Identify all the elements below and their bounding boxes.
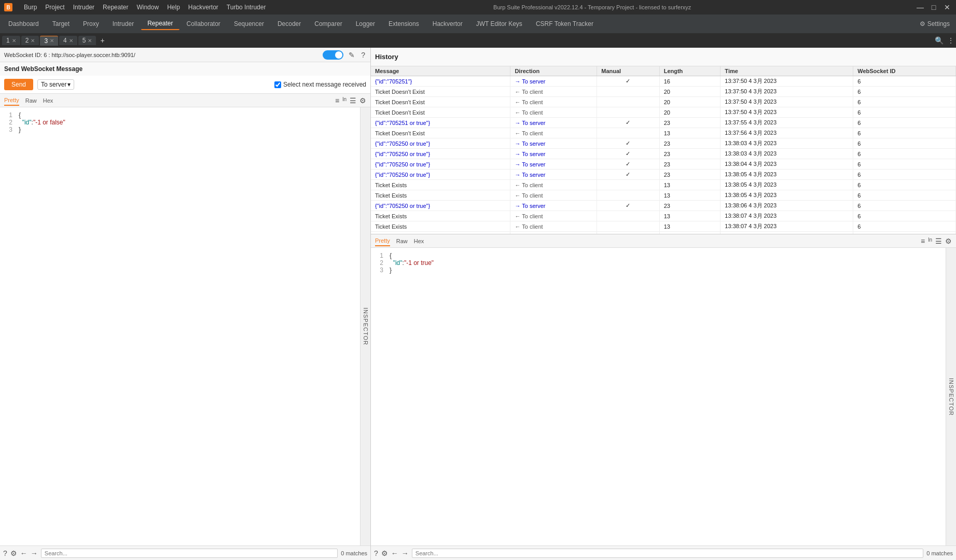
table-row[interactable]: Ticket Doesn't Exist ← To client 20 13:3…: [371, 107, 956, 118]
nav-proxy[interactable]: Proxy: [77, 18, 105, 30]
lower-tab-hex[interactable]: Hex: [414, 236, 424, 246]
lower-code-content[interactable]: { "id":"-1 or true" }: [387, 250, 944, 543]
table-row[interactable]: Ticket Exists ← To client 13 13:38:07 4 …: [371, 221, 956, 232]
gear-settings-icon[interactable]: ⚙: [359, 96, 366, 105]
table-row[interactable]: Ticket Doesn't Exist ← To client 13 13:3…: [371, 128, 956, 138]
tab-1[interactable]: 1 ✕: [2, 36, 20, 45]
settings-button[interactable]: ⚙ Settings: [916, 18, 954, 30]
select-next-label[interactable]: Select next message received: [274, 81, 366, 88]
table-row[interactable]: {"id":"705250 or true"} → To server ✓ 23…: [371, 149, 956, 159]
menu-repeater[interactable]: Repeater: [100, 3, 131, 12]
nav-comparer[interactable]: Comparer: [308, 18, 348, 30]
toggle-switch[interactable]: [323, 50, 343, 60]
table-row[interactable]: {"id":"705251"} → To server ✓ 16 13:37:5…: [371, 76, 956, 87]
nav-target[interactable]: Target: [46, 18, 76, 30]
table-row[interactable]: Ticket Exists ← To client 13 13:38:08 4 …: [371, 232, 956, 234]
tab-4-close[interactable]: ✕: [69, 38, 73, 44]
menu-help[interactable]: Help: [164, 3, 183, 12]
nav-sequencer[interactable]: Sequencer: [228, 18, 270, 30]
row-message: {"id":"705251"}: [371, 76, 510, 87]
pencil-icon[interactable]: ✎: [348, 50, 356, 60]
close-button[interactable]: ✕: [943, 3, 952, 12]
lower-bottom-bar: ? ⚙ ← → 0 matches: [371, 545, 956, 560]
code-editor[interactable]: 123 { "id":"-1 or false" }: [0, 107, 360, 545]
tab-5-close[interactable]: ✕: [88, 38, 92, 44]
history-table: Message Direction Manual Length Time Web…: [371, 66, 956, 234]
add-tab-button[interactable]: +: [97, 35, 107, 46]
table-row[interactable]: Ticket Exists ← To client 13 13:38:05 4 …: [371, 180, 956, 190]
table-row[interactable]: {"id":"705250 or true"} → To server ✓ 23…: [371, 159, 956, 170]
tab-2-close[interactable]: ✕: [31, 38, 35, 44]
back-icon[interactable]: ←: [20, 549, 27, 557]
help-icon[interactable]: ?: [360, 50, 366, 60]
table-row[interactable]: Ticket Exists ← To client 13 13:38:07 4 …: [371, 211, 956, 221]
editor-tab-raw[interactable]: Raw: [25, 96, 37, 105]
lower-gear-icon[interactable]: ⚙: [945, 237, 952, 245]
send-button[interactable]: Send: [4, 79, 33, 90]
lower-search-input[interactable]: [412, 549, 923, 558]
col-wsid: WebSocket ID: [853, 66, 956, 76]
more-options-icon[interactable]: ⋮: [948, 37, 954, 44]
maximize-button[interactable]: □: [929, 3, 938, 12]
select-next-checkbox[interactable]: [274, 81, 281, 88]
doc-icon[interactable]: ≡: [335, 96, 339, 105]
lower-tab-pretty[interactable]: Pretty: [375, 236, 390, 246]
menu-project[interactable]: Project: [42, 3, 67, 12]
tab-4-label: 4: [63, 37, 67, 44]
tab-3-close[interactable]: ✕: [50, 38, 54, 44]
lower-code-editor[interactable]: 123 { "id":"-1 or true" }: [371, 248, 946, 545]
search-input[interactable]: [41, 549, 338, 558]
nav-repeater[interactable]: Repeater: [141, 18, 179, 30]
table-row[interactable]: {"id":"705250 or true"} → To server ✓ 23…: [371, 201, 956, 211]
tab-2[interactable]: 2 ✕: [21, 36, 39, 45]
lower-ln-icon[interactable]: ln: [928, 237, 932, 245]
tab-5[interactable]: 5 ✕: [78, 36, 96, 45]
editor-tab-hex[interactable]: Hex: [43, 96, 53, 105]
table-row[interactable]: {"id":"705250 or true"} → To server ✓ 23…: [371, 170, 956, 180]
nav-csrf-token-tracker[interactable]: CSRF Token Tracker: [530, 18, 600, 30]
lower-forward-icon[interactable]: →: [401, 549, 409, 557]
help-bottom-icon[interactable]: ?: [3, 549, 7, 557]
lower-tab-raw[interactable]: Raw: [396, 236, 408, 246]
minimize-button[interactable]: —: [916, 3, 925, 12]
lower-help-icon[interactable]: ?: [374, 549, 378, 557]
lower-doc-icon[interactable]: ≡: [921, 237, 925, 245]
table-row[interactable]: {"id":"705250 or true"} → To server ✓ 23…: [371, 138, 956, 149]
lower-back-icon[interactable]: ←: [391, 549, 398, 557]
table-row[interactable]: Ticket Doesn't Exist ← To client 20 13:3…: [371, 97, 956, 107]
menu-window[interactable]: Window: [133, 3, 162, 12]
settings-bottom-icon[interactable]: ⚙: [10, 549, 17, 557]
nav-intruder[interactable]: Intruder: [106, 18, 140, 30]
table-row[interactable]: Ticket Doesn't Exist ← To client 20 13:3…: [371, 87, 956, 97]
menu-hackvertor[interactable]: Hackvertor: [185, 3, 221, 12]
left-inspector-sidebar[interactable]: INSPECTOR: [360, 107, 370, 545]
ln-icon[interactable]: ln: [342, 96, 347, 105]
table-row[interactable]: Ticket Exists ← To client 13 13:38:05 4 …: [371, 190, 956, 201]
menu-intruder[interactable]: Intruder: [70, 3, 98, 12]
lower-list-icon[interactable]: ☰: [935, 237, 942, 245]
list-icon[interactable]: ☰: [350, 96, 356, 105]
menu-burp[interactable]: Burp: [21, 3, 40, 12]
menu-turbo-intruder[interactable]: Turbo Intruder: [224, 3, 269, 12]
editor-tab-pretty[interactable]: Pretty: [4, 95, 19, 106]
to-server-select[interactable]: To server ▾: [37, 79, 74, 90]
table-row[interactable]: {"id":"705251 or true"} → To server ✓ 23…: [371, 118, 956, 128]
lower-settings-icon[interactable]: ⚙: [381, 549, 388, 557]
nav-decoder[interactable]: Decoder: [271, 18, 307, 30]
nav-dashboard[interactable]: Dashboard: [2, 18, 45, 30]
nav-extensions[interactable]: Extensions: [382, 18, 425, 30]
tab-4[interactable]: 4 ✕: [59, 36, 77, 45]
forward-icon[interactable]: →: [31, 549, 38, 557]
nav-hackvertor[interactable]: Hackvertor: [426, 18, 469, 30]
nav-logger[interactable]: Logger: [350, 18, 381, 30]
code-content[interactable]: { "id":"-1 or false" }: [17, 109, 358, 543]
tab-1-close[interactable]: ✕: [12, 38, 16, 44]
nav-collaborator[interactable]: Collaborator: [181, 18, 227, 30]
tab-3[interactable]: 3 ✕: [40, 36, 58, 46]
history-table-container[interactable]: Message Direction Manual Length Time Web…: [371, 66, 956, 234]
right-inspector-sidebar[interactable]: INSPECTOR: [946, 248, 956, 545]
search-icon[interactable]: 🔍: [935, 36, 944, 45]
row-length: 13: [659, 190, 721, 201]
row-wsid: 6: [853, 180, 956, 190]
nav-jwt-editor-keys[interactable]: JWT Editor Keys: [470, 18, 529, 30]
